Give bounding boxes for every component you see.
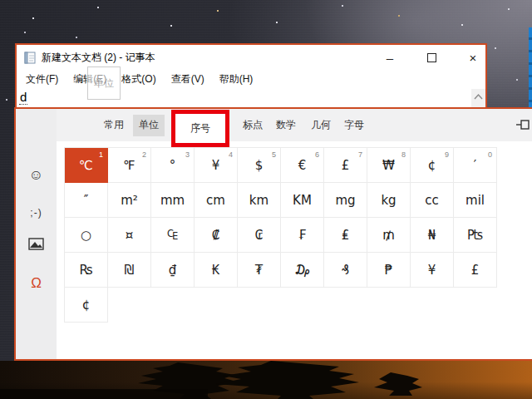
symbol-glyph: ¢ — [428, 158, 436, 173]
typed-text: d — [19, 90, 27, 105]
tab-math[interactable]: 数学 — [276, 109, 296, 141]
close-button[interactable]: × — [454, 45, 492, 70]
shortcut-number: 9 — [445, 150, 449, 159]
symbol-cell[interactable]: ₭ — [195, 253, 238, 288]
tab-letters[interactable]: 字母 — [344, 109, 364, 141]
symbol-cell[interactable]: ¢ — [65, 288, 108, 323]
symbol-cell[interactable]: ₮ — [238, 253, 281, 288]
shortcut-number: 2 — [142, 150, 146, 159]
symbol-grid: ℃1 ℉2 °3 ¥4 $5 €6 £7 ₩8 ¢9 ′0 ″ m² mm cm… — [64, 147, 497, 323]
desktop-wallpaper-trees — [0, 361, 532, 399]
symbol-cell[interactable]: ₦ — [411, 218, 454, 253]
symbol-cell[interactable]: km — [238, 183, 281, 218]
symbol-glyph: mm — [160, 193, 185, 208]
symbol-glyph: ₩ — [382, 158, 395, 173]
shortcut-number: 1 — [99, 150, 103, 159]
symbol-cell[interactable]: ¥ — [411, 253, 454, 288]
scroll-up-icon[interactable] — [473, 93, 484, 101]
picture-icon-glyph — [28, 238, 44, 250]
symbol-cell[interactable]: cc — [411, 183, 454, 218]
symbol-cell[interactable]: ₤ — [324, 218, 367, 253]
symbol-cell[interactable]: ¤ — [108, 218, 151, 253]
symbol-glyph: ₢ — [255, 228, 264, 243]
symbol-glyph: ₱ — [385, 263, 393, 278]
symbol-cell[interactable]: ₰ — [324, 253, 367, 288]
symbol-cell[interactable]: €6 — [281, 148, 324, 183]
menu-view[interactable]: 查看(V) — [164, 72, 212, 86]
symbol-cell[interactable]: ₯ — [281, 253, 324, 288]
omega-symbols-icon[interactable]: Ω — [16, 275, 57, 292]
tab-ordinals[interactable]: 序号 — [190, 121, 210, 135]
symbol-cell[interactable]: ₣ — [281, 218, 324, 253]
symbol-cell[interactable]: ₱ — [367, 253, 411, 288]
symbol-cell[interactable]: ₫ — [151, 253, 195, 288]
symbol-glyph: mg — [335, 193, 355, 208]
symbol-cell[interactable]: kg — [367, 183, 411, 218]
notepad-app-icon — [24, 52, 36, 64]
symbol-cell[interactable]: mil — [454, 183, 497, 218]
symbol-cell[interactable]: ₢ — [238, 218, 281, 253]
symbol-cell[interactable]: ₥ — [367, 218, 411, 253]
symbol-glyph: ₭ — [212, 263, 220, 278]
menu-format[interactable]: 格式(O) — [114, 72, 163, 86]
symbol-cell[interactable]: °3 — [151, 148, 195, 183]
pin-icon[interactable] — [516, 118, 531, 131]
smiley-icon[interactable]: ☺ — [16, 167, 57, 184]
symbol-cell[interactable]: mm — [151, 183, 195, 218]
menu-help[interactable]: 帮助(H) — [212, 72, 261, 86]
symbol-glyph: ₠ — [167, 228, 178, 243]
symbol-cell-selected[interactable]: ℃1 — [65, 148, 108, 183]
symbol-glyph: ₣ — [298, 228, 307, 243]
wink-emoticon-icon[interactable]: ;-) — [16, 207, 57, 219]
shortcut-number: 8 — [401, 150, 406, 159]
symbol-cell[interactable]: ¢9 — [411, 148, 454, 183]
symbol-cell[interactable]: ₩8 — [367, 148, 411, 183]
symbol-glyph: ₤ — [342, 228, 350, 243]
symbol-cell[interactable]: ℉2 — [108, 148, 151, 183]
symbol-glyph: € — [298, 158, 307, 173]
symbol-cell[interactable]: ₪ — [108, 253, 151, 288]
symbol-cell[interactable]: $5 — [238, 148, 281, 183]
symbol-glyph: km — [249, 193, 268, 208]
symbol-cell[interactable]: mg — [324, 183, 367, 218]
symbol-cell[interactable]: ₠ — [151, 218, 195, 253]
tab-punctuation[interactable]: 标点 — [243, 109, 263, 141]
symbol-glyph: $ — [255, 158, 264, 173]
symbol-glyph: ¢ — [82, 298, 91, 313]
tab-units[interactable]: 单位 — [139, 109, 159, 141]
tab-geometry[interactable]: 几何 — [311, 109, 331, 141]
symbol-cell[interactable]: £7 — [324, 148, 367, 183]
symbol-glyph: ₪ — [125, 263, 135, 278]
shortcut-number: 4 — [229, 150, 233, 159]
symbol-glyph: ₥ — [382, 228, 395, 243]
picture-icon[interactable] — [16, 238, 57, 254]
symbol-glyph: cc — [425, 193, 439, 208]
symbol-glyph: m² — [121, 193, 138, 208]
symbol-cell[interactable]: ″ — [65, 183, 108, 218]
symbol-cell[interactable]: ¥4 — [195, 148, 238, 183]
annotation-box: 序号 — [171, 110, 229, 147]
symbol-glyph: £ — [471, 263, 480, 278]
menu-file[interactable]: 文件(F) — [18, 72, 66, 86]
shortcut-number: 3 — [185, 150, 190, 159]
shortcut-number: 0 — [488, 150, 492, 159]
symbol-cell[interactable]: ₧ — [454, 218, 497, 253]
symbol-cell[interactable]: ₡ — [195, 218, 238, 253]
symbol-cell[interactable]: cm — [195, 183, 238, 218]
symbol-cell[interactable]: m² — [108, 183, 151, 218]
symbol-cell[interactable]: ′0 — [454, 148, 497, 183]
symbol-glyph: ″ — [84, 193, 89, 208]
minimize-button[interactable]: – — [371, 45, 409, 70]
symbol-glyph: ₫ — [169, 263, 177, 278]
symbol-glyph: ¤ — [126, 228, 134, 243]
symbol-glyph: ℃ — [79, 158, 93, 173]
symbol-cell[interactable]: ○ — [65, 218, 108, 253]
symbol-cell[interactable]: £ — [454, 253, 497, 288]
tab-common[interactable]: 常用 — [104, 109, 124, 141]
background-window-edge[interactable] — [529, 27, 532, 108]
symbol-cell[interactable]: KM — [281, 183, 324, 218]
maximize-button[interactable] — [412, 45, 451, 70]
maximize-icon — [427, 53, 436, 62]
symbol-cell[interactable]: ₨ — [65, 253, 108, 288]
symbol-glyph: ₯ — [294, 263, 310, 278]
